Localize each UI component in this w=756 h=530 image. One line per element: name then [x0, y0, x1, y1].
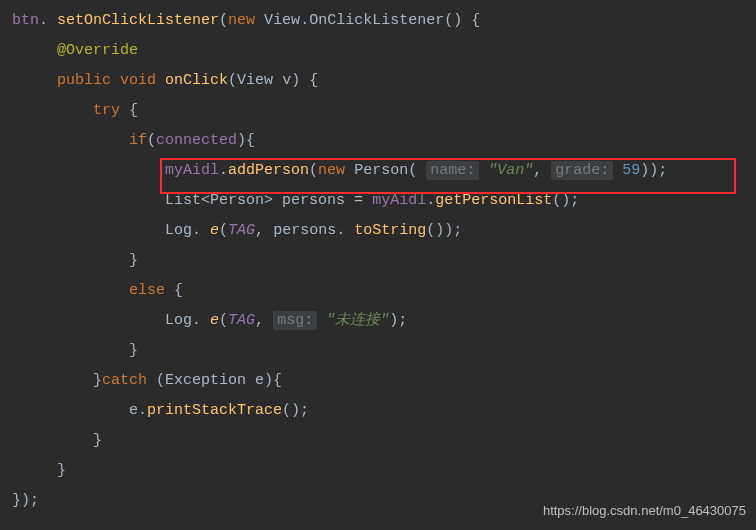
method-onClick: onClick — [165, 72, 228, 89]
kw-void: void — [120, 72, 156, 89]
annotation-override: @Override — [57, 42, 138, 59]
kw-new: new — [228, 12, 255, 29]
method-toString: toString — [354, 222, 426, 239]
method-getPersonList: getPersonList — [435, 192, 552, 209]
type-Person: Person — [210, 192, 264, 209]
kw-try: try — [93, 102, 120, 119]
var-e: e — [129, 402, 138, 419]
param-e: e — [255, 372, 264, 389]
const-TAG: TAG — [228, 222, 255, 239]
kw-public: public — [57, 72, 111, 89]
method-addPerson: addPerson — [228, 162, 309, 179]
var-myAidl: myAidl — [165, 162, 219, 179]
var-persons-2: persons — [273, 222, 336, 239]
hint-msg: msg: — [273, 311, 317, 330]
string-notconnected: "未连接" — [326, 312, 389, 329]
method-e: e — [210, 222, 219, 239]
var-persons: persons — [282, 192, 345, 209]
watermark-text: https://blog.csdn.net/m0_46430075 — [543, 498, 746, 524]
class-View: View — [264, 12, 300, 29]
kw-catch: catch — [102, 372, 147, 389]
kw-if: if — [129, 132, 147, 149]
class-Log-2: Log — [165, 312, 192, 329]
num-59: 59 — [622, 162, 640, 179]
var-btn: btn — [12, 12, 39, 29]
const-TAG-2: TAG — [228, 312, 255, 329]
code-block: btn. setOnClickListener(new View.OnClick… — [0, 0, 756, 516]
method-setOnClickListener: setOnClickListener — [57, 12, 219, 29]
kw-else: else — [129, 282, 165, 299]
method-e-2: e — [210, 312, 219, 329]
type-View: View — [237, 72, 273, 89]
var-myAidl-2: myAidl — [372, 192, 426, 209]
param-v: v — [282, 72, 291, 89]
string-van: "Van" — [488, 162, 533, 179]
hint-name: name: — [426, 161, 479, 180]
var-connected: connected — [156, 132, 237, 149]
kw-new-2: new — [318, 162, 345, 179]
class-OnClickListener: OnClickListener — [309, 12, 444, 29]
method-printStackTrace: printStackTrace — [147, 402, 282, 419]
type-List: List — [165, 192, 201, 209]
hint-grade: grade: — [551, 161, 613, 180]
class-Exception: Exception — [165, 372, 246, 389]
class-Person: Person — [354, 162, 408, 179]
class-Log: Log — [165, 222, 192, 239]
